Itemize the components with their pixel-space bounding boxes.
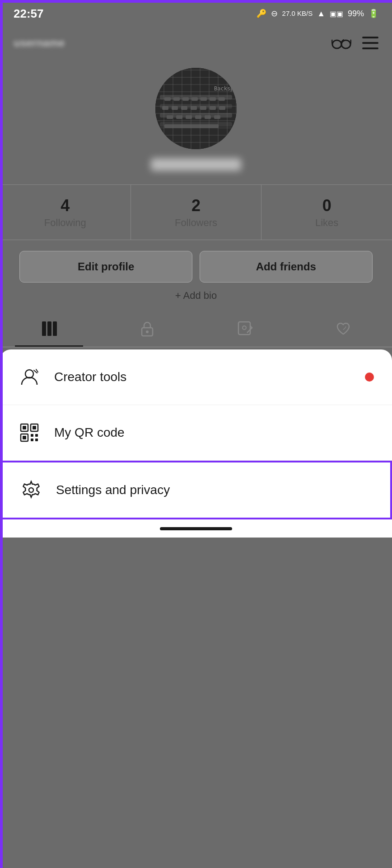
creator-tools-item[interactable]: Creator tools	[0, 349, 392, 405]
qr-code-icon	[18, 421, 41, 444]
svg-rect-51	[31, 439, 33, 441]
tab-tagged[interactable]	[196, 311, 294, 347]
settings-label: Settings and privacy	[56, 483, 372, 497]
stat-followers[interactable]: 2 Followers	[131, 185, 262, 240]
svg-rect-44	[23, 426, 26, 429]
creator-tools-icon	[18, 366, 41, 388]
svg-rect-27	[195, 115, 201, 119]
svg-rect-30	[164, 124, 219, 128]
home-indicator	[0, 519, 392, 538]
profile-section: Backspace 4 Following 2 Followers 0 Like…	[0, 59, 392, 347]
svg-point-38	[243, 326, 246, 330]
svg-rect-13	[191, 97, 198, 101]
wifi-icon: ▲	[317, 9, 325, 19]
svg-rect-11	[173, 97, 180, 101]
svg-rect-28	[205, 115, 211, 119]
notification-dot	[365, 373, 374, 382]
svg-rect-23	[219, 106, 225, 110]
glasses-button[interactable]	[331, 36, 351, 50]
add-friends-button[interactable]: Add friends	[200, 251, 373, 283]
svg-rect-32	[42, 321, 46, 336]
svg-rect-29	[214, 115, 220, 119]
settings-icon	[20, 479, 42, 501]
svg-rect-48	[23, 436, 26, 439]
svg-rect-50	[35, 434, 38, 437]
following-count: 4	[61, 196, 70, 215]
menu-button[interactable]	[362, 37, 378, 49]
app-bar-title: username	[14, 37, 65, 49]
svg-rect-21	[200, 106, 206, 110]
add-bio-button[interactable]: + Add bio	[175, 290, 217, 302]
svg-rect-22	[210, 106, 216, 110]
svg-rect-18	[172, 106, 178, 110]
battery-icon: 🔋	[369, 9, 378, 19]
svg-point-53	[29, 488, 33, 492]
stats-row: 4 Following 2 Followers 0 Likes	[0, 184, 392, 240]
tab-grid[interactable]	[0, 311, 98, 347]
bottom-sheet: Creator tools My QR code	[0, 349, 392, 538]
username-text	[151, 158, 241, 171]
status-bar: 22:57 🔑 ⊖ 27.0 KB/S ▲ ▣▣ 99% 🔋	[0, 0, 392, 27]
status-time: 22:57	[14, 7, 44, 21]
likes-label: Likes	[315, 217, 338, 229]
stat-following[interactable]: 4 Following	[0, 185, 131, 240]
status-icons: 🔑 ⊖ 27.0 KB/S ▲ ▣▣ 99% 🔋	[257, 9, 378, 19]
svg-rect-19	[181, 106, 187, 110]
svg-point-0	[332, 40, 341, 48]
svg-rect-10	[164, 97, 171, 101]
settings-privacy-item[interactable]: Settings and privacy	[0, 461, 392, 519]
svg-rect-14	[201, 97, 207, 101]
svg-rect-46	[33, 426, 36, 429]
action-buttons: Edit profile Add friends	[19, 251, 372, 283]
tab-liked[interactable]	[294, 311, 392, 347]
svg-rect-12	[182, 97, 189, 101]
key-icon: 🔑	[257, 9, 266, 19]
svg-rect-4	[362, 47, 378, 49]
app-bar-action-icons	[331, 36, 378, 50]
svg-rect-5	[155, 68, 237, 149]
app-bar: username	[0, 27, 392, 59]
svg-rect-9	[160, 122, 232, 127]
edit-profile-button[interactable]: Edit profile	[19, 251, 192, 283]
qr-code-label: My QR code	[54, 425, 374, 440]
followers-count: 2	[191, 196, 201, 215]
battery-percent: 99%	[348, 9, 364, 19]
avatar: Backspace	[155, 68, 237, 149]
svg-rect-15	[210, 97, 216, 101]
svg-rect-6	[160, 95, 232, 99]
creator-tools-label: Creator tools	[54, 370, 351, 384]
tab-bar	[0, 311, 392, 347]
svg-rect-7	[160, 104, 232, 108]
svg-rect-49	[31, 434, 33, 437]
svg-rect-26	[186, 115, 192, 119]
svg-rect-20	[191, 106, 197, 110]
svg-rect-24	[167, 115, 173, 119]
svg-rect-17	[162, 106, 168, 110]
following-label: Following	[44, 217, 86, 229]
svg-rect-33	[47, 321, 51, 336]
avatar-image: Backspace	[155, 68, 237, 149]
tab-private[interactable]	[98, 311, 196, 347]
likes-count: 0	[322, 196, 331, 215]
qr-code-item[interactable]: My QR code	[0, 405, 392, 461]
svg-rect-2	[362, 37, 378, 38]
home-bar	[160, 527, 232, 530]
minus-icon: ⊖	[271, 9, 278, 19]
svg-point-42	[25, 370, 33, 378]
svg-rect-3	[362, 42, 378, 44]
speed-indicator: 27.0 KB/S	[282, 10, 313, 18]
svg-text:Backspace: Backspace	[214, 85, 237, 92]
svg-rect-25	[176, 115, 182, 119]
svg-rect-34	[53, 321, 57, 336]
svg-point-36	[146, 330, 149, 333]
stat-likes[interactable]: 0 Likes	[261, 185, 392, 240]
svg-rect-52	[35, 439, 38, 441]
signal-icons: ▣▣	[330, 9, 343, 18]
followers-label: Followers	[175, 217, 217, 229]
svg-rect-8	[160, 113, 232, 118]
svg-rect-16	[219, 97, 225, 101]
svg-rect-37	[238, 322, 250, 335]
